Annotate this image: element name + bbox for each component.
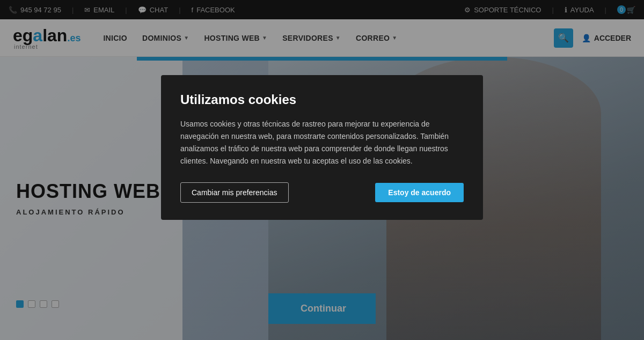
cookie-text: Usamos cookies y otras técnicas de rastr… <box>180 118 464 167</box>
change-preferences-label: Cambiar mis preferencias <box>192 188 277 197</box>
accept-cookies-label: Estoy de acuerdo <box>388 188 451 197</box>
change-preferences-button[interactable]: Cambiar mis preferencias <box>180 182 289 203</box>
cookie-title: Utilizamos cookies <box>180 92 464 107</box>
cookie-modal: Utilizamos cookies Usamos cookies y otra… <box>161 75 483 220</box>
accept-cookies-button[interactable]: Estoy de acuerdo <box>375 183 464 202</box>
cookie-buttons: Cambiar mis preferencias Estoy de acuerd… <box>180 182 464 203</box>
